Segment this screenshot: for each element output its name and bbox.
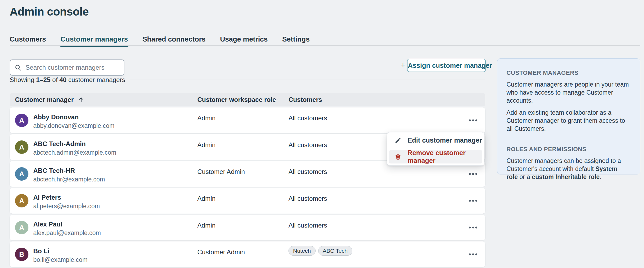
table-row[interactable]: A Abby Donovan abby.donovan@example.com … xyxy=(10,107,485,133)
customer-chip[interactable]: ABC Tech xyxy=(318,246,352,256)
tab-usage-metrics[interactable]: Usage metrics xyxy=(220,35,268,43)
sort-ascending-icon[interactable] xyxy=(78,96,84,103)
customers-chip-list: Nutech ABC Tech xyxy=(288,246,352,256)
tab-settings[interactable]: Settings xyxy=(282,35,310,43)
row-actions-menu-button[interactable] xyxy=(468,198,478,204)
tab-customer-managers[interactable]: Customer managers xyxy=(61,35,128,43)
workspace-role-cell: Admin xyxy=(197,141,216,149)
manager-email: alex.paul@example.com xyxy=(33,229,101,237)
avatar: A xyxy=(15,114,28,127)
row-actions-menu-button[interactable] xyxy=(468,251,478,258)
row-actions-context-menu: Edit customer manager Remove customer ma… xyxy=(387,132,484,166)
manager-email: bo.li@example.com xyxy=(33,256,87,263)
avatar: A xyxy=(15,167,28,181)
workspace-role-cell: Customer Admin xyxy=(197,248,245,256)
table-row[interactable]: A Alex Paul alex.paul@example.com Admin … xyxy=(10,215,485,240)
remove-customer-manager-menu-item[interactable]: Remove customer manager xyxy=(389,150,482,163)
manager-name: Alex Paul xyxy=(33,221,62,228)
workspace-role-cell: Customer Admin xyxy=(197,168,245,176)
manager-email: al.peters@example.com xyxy=(33,203,100,210)
manager-email: abctech.admin@example.com xyxy=(33,149,116,156)
avatar: B xyxy=(15,248,28,261)
manager-name: ABC Tech-Admin xyxy=(33,140,86,148)
table-row[interactable]: A Al Peters al.peters@example.com Admin … xyxy=(10,188,485,214)
info-panel-managers-heading: CUSTOMER MANAGERS xyxy=(506,69,630,76)
tab-customers[interactable]: Customers xyxy=(10,35,46,43)
manager-email: abctech.hr@example.com xyxy=(33,176,105,183)
column-header-customers[interactable]: Customers xyxy=(288,93,322,106)
summary-divider xyxy=(130,80,485,80)
remove-menu-label: Remove customer manager xyxy=(408,149,482,165)
search-input[interactable] xyxy=(25,64,120,72)
results-summary: Showing 1–25 of 40 customer managers xyxy=(10,76,485,84)
search-icon xyxy=(14,64,21,71)
info-panel-managers-paragraph-2: Add an existing team collaborator as a C… xyxy=(506,109,630,133)
workspace-role-cell: Admin xyxy=(197,222,216,229)
customers-cell: All customers xyxy=(288,222,327,229)
avatar: A xyxy=(15,221,28,234)
results-range: 1–25 xyxy=(36,76,50,83)
customer-chip[interactable]: Nutech xyxy=(288,246,316,256)
menu-divider xyxy=(391,148,480,148)
manager-name: Abby Donovan xyxy=(33,113,79,121)
trash-icon xyxy=(394,153,401,160)
info-panel-divider xyxy=(506,139,630,139)
manager-name: Bo Li xyxy=(33,247,49,255)
info-panel-roles-paragraph: Customer managers can be assigned to a C… xyxy=(506,157,630,181)
tabs-divider xyxy=(10,45,640,46)
table-row[interactable]: B Bo Li bo.li@example.com Customer Admin… xyxy=(10,241,485,267)
column-header-customer-manager[interactable]: Customer manager xyxy=(15,93,84,106)
assign-button-label: Assign customer manager xyxy=(408,62,492,69)
manager-name: ABC Tech-HR xyxy=(33,167,75,174)
customer-manager-list: A Abby Donovan abby.donovan@example.com … xyxy=(10,107,485,268)
avatar: A xyxy=(15,140,28,154)
column-header-workspace-role[interactable]: Customer workspace role xyxy=(197,93,276,106)
customers-cell: All customers xyxy=(288,141,327,149)
manager-email: abby.donovan@example.com xyxy=(33,122,114,129)
pencil-icon xyxy=(394,137,401,144)
row-actions-menu-button[interactable] xyxy=(468,171,478,177)
avatar: A xyxy=(15,194,28,207)
tab-shared-connectors[interactable]: Shared connectors xyxy=(142,35,206,43)
assign-customer-manager-button[interactable]: + Assign customer manager xyxy=(407,59,486,72)
results-total: 40 xyxy=(59,76,66,83)
info-panel: CUSTOMER MANAGERS Customer managers are … xyxy=(497,58,640,174)
row-actions-menu-button[interactable] xyxy=(468,225,478,231)
tab-bar: Customers Customer managers Shared conne… xyxy=(10,35,310,43)
edit-menu-label: Edit customer manager xyxy=(408,136,482,144)
edit-customer-manager-menu-item[interactable]: Edit customer manager xyxy=(387,132,484,148)
page-title: Admin console xyxy=(10,5,89,18)
customers-cell: All customers xyxy=(288,168,327,176)
workspace-role-cell: Admin xyxy=(197,114,216,122)
manager-name: Al Peters xyxy=(33,194,61,201)
row-actions-menu-button[interactable] xyxy=(468,117,478,124)
search-box[interactable] xyxy=(10,59,124,76)
info-panel-roles-heading: ROLES AND PERMISSIONS xyxy=(506,146,630,153)
table-header: Customer manager Customer workspace role… xyxy=(10,93,485,106)
customers-cell: All customers xyxy=(288,114,327,122)
plus-icon: + xyxy=(401,61,405,69)
info-panel-managers-paragraph-1: Customer managers are people in your tea… xyxy=(506,80,630,105)
workspace-role-cell: Admin xyxy=(197,195,216,202)
results-summary-text: Showing 1–25 of 40 customer managers xyxy=(10,76,125,84)
customers-cell: All customers xyxy=(288,195,327,202)
